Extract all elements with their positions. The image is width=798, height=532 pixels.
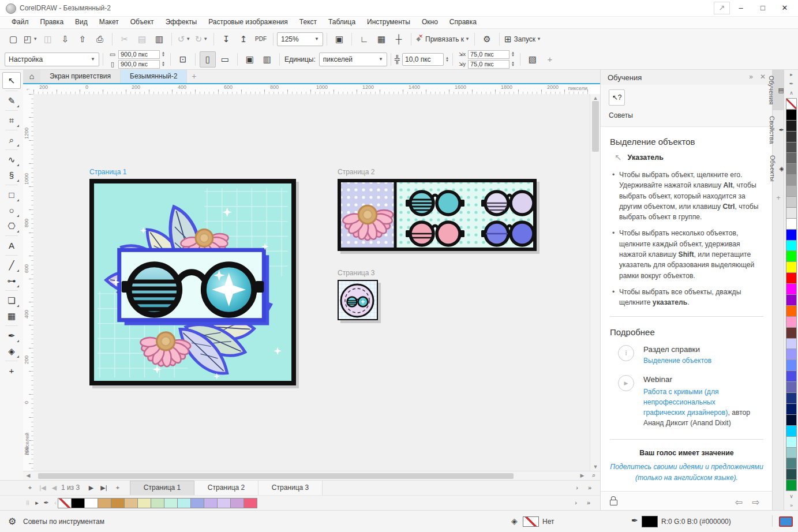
drawing-canvas[interactable]: Страница 1 Страница 2 Страница 3 xyxy=(33,94,590,471)
palette-scroll-up-icon[interactable]: ∧ xyxy=(784,88,798,98)
color-swatch-#ff0000[interactable] xyxy=(786,272,797,283)
docker-close-icon[interactable]: ✕ xyxy=(760,73,766,81)
full-screen-preview-button[interactable]: ▣ xyxy=(331,31,347,47)
menu-item-6[interactable]: Растровые изображения xyxy=(203,17,294,27)
get-from-cloud-button[interactable]: ⇩ xyxy=(57,31,73,47)
vertical-scroll-thumb[interactable] xyxy=(592,101,599,152)
scroll-right-icon[interactable]: ▶ xyxy=(578,473,586,478)
maximize-button[interactable]: □ xyxy=(752,0,774,16)
zoom-level-combo[interactable]: 125% ▼ xyxy=(277,32,323,46)
color-swatch-#ffffff[interactable] xyxy=(786,218,797,229)
add-docker-button[interactable]: + xyxy=(773,188,784,202)
dimension-tool[interactable]: ╱ xyxy=(3,257,20,273)
color-swatch-#ccccff[interactable] xyxy=(786,338,797,349)
color-swatch-#00ff00[interactable] xyxy=(786,250,797,261)
first-page-button[interactable]: |◀ xyxy=(37,481,48,495)
save-document-button[interactable]: ◫ xyxy=(40,31,56,47)
lock-icon[interactable] xyxy=(610,500,617,505)
nudge-spinner[interactable]: ▲▼ xyxy=(445,57,449,62)
doc-color-swatch-#d9aa6e[interactable] xyxy=(98,498,111,508)
doc-color-swatch-#e0c08c[interactable] xyxy=(124,498,137,508)
duplicate-y-spinner[interactable]: ▲▼ xyxy=(511,61,515,67)
menu-item-8[interactable]: Таблица xyxy=(323,17,361,27)
page-width-spinner[interactable]: ▲▼ xyxy=(162,51,165,57)
color-swatch-#333333[interactable] xyxy=(786,131,797,142)
zoom-tool[interactable]: ⌕ xyxy=(3,132,20,148)
add-tool-button[interactable]: + xyxy=(3,363,20,379)
color-swatch-#001a66[interactable] xyxy=(786,403,797,414)
forward-arrow-icon[interactable]: ⇨ xyxy=(752,497,760,508)
document-palette-scroll-right-icon[interactable]: › xyxy=(571,496,580,510)
color-swatch-#009933[interactable] xyxy=(786,479,797,491)
landscape-button[interactable]: ▭ xyxy=(217,51,233,68)
redo-button[interactable]: ↻▼ xyxy=(193,31,209,47)
fill-none-swatch[interactable] xyxy=(523,516,539,527)
close-button[interactable]: ✕ xyxy=(774,0,796,16)
menu-item-5[interactable]: Эффекты xyxy=(160,17,203,27)
document-palette-expand-icon[interactable]: » xyxy=(584,496,593,510)
color-swatch-#cccccc[interactable] xyxy=(786,196,797,207)
import-button[interactable]: ↧ xyxy=(218,31,234,47)
hints-pointer-button[interactable]: ↖? xyxy=(609,89,625,106)
portrait-button[interactable]: ▯ xyxy=(200,51,216,68)
page-tabs-expand-icon[interactable]: » xyxy=(584,481,595,495)
doc-color-swatch-#9ea9e8[interactable] xyxy=(190,498,204,508)
doc-color-swatch-#c9a3d9[interactable] xyxy=(230,498,243,508)
menu-item-1[interactable]: Правка xyxy=(35,17,70,27)
horizontal-ruler[interactable]: пиксели 20002004006008001000120014001600… xyxy=(33,84,590,95)
docker-tab-обучения[interactable]: ▤Обучения xyxy=(773,70,784,110)
color-swatch-#b3ffff[interactable] xyxy=(786,436,797,447)
menu-item-10[interactable]: Окно xyxy=(416,17,444,27)
print-button[interactable]: ⎙ xyxy=(92,31,108,47)
doc-color-swatch-#c9e6c0[interactable] xyxy=(151,498,164,508)
page-3-artwork[interactable] xyxy=(338,280,378,320)
duplicate-x-field[interactable]: 75,0 пкс xyxy=(468,50,509,59)
vertical-ruler[interactable]: пикселей 120010008006004002000200 xyxy=(23,94,34,471)
document-palette-grip[interactable]: ⣿ xyxy=(23,496,32,510)
scroll-down-icon[interactable]: ▼ xyxy=(590,464,601,470)
doc-color-swatch-#b9efec[interactable] xyxy=(177,498,190,508)
copy-button[interactable]: ▤ xyxy=(134,31,150,47)
undo-button[interactable]: ↺▼ xyxy=(176,31,192,47)
document-tab-1[interactable]: Безымянный-2 xyxy=(121,70,187,83)
color-swatch-#000000[interactable] xyxy=(786,109,797,120)
palette-expand-icon[interactable]: » xyxy=(784,501,798,510)
doc-color-swatch-none[interactable] xyxy=(58,498,71,508)
interactive-fill-tool[interactable]: ◈ xyxy=(3,343,20,359)
doc-color-swatch-#c6f0e0[interactable] xyxy=(164,498,177,508)
all-pages-button[interactable]: ▣ xyxy=(242,51,258,68)
treat-as-filled-button[interactable]: ▧ xyxy=(524,51,541,68)
next-page-button[interactable]: ▶ xyxy=(85,481,97,495)
last-page-button[interactable]: ▶| xyxy=(98,481,110,495)
scroll-up-icon[interactable]: ▲ xyxy=(590,95,601,101)
color-swatch-#1a3380[interactable] xyxy=(786,392,797,403)
menu-item-2[interactable]: Вид xyxy=(69,17,93,27)
open-document-button[interactable]: ◰▼ xyxy=(23,31,39,47)
color-eyedropper-tool[interactable]: ✒ xyxy=(3,328,20,343)
cut-button[interactable]: ✂ xyxy=(117,31,133,47)
back-arrow-icon[interactable]: ⇦ xyxy=(735,497,743,508)
color-swatch-none[interactable] xyxy=(786,98,797,109)
doc-color-swatch-#d8c9f2[interactable] xyxy=(217,498,230,508)
page-2-artwork[interactable] xyxy=(338,179,537,251)
color-swatch-#9900cc[interactable] xyxy=(786,294,797,305)
outline-color-swatch[interactable] xyxy=(642,516,658,527)
color-swatch-#00ccff[interactable] xyxy=(786,425,797,436)
webinar-description[interactable]: Работа с кривыми (для непрофессиональных… xyxy=(643,387,753,429)
menu-item-9[interactable]: Инструменты xyxy=(361,17,416,27)
save-to-cloud-button[interactable]: ⇧ xyxy=(74,31,91,47)
shape-tool[interactable]: ✎ xyxy=(3,93,20,108)
add-page-button[interactable]: + xyxy=(112,481,123,495)
color-swatch-#6666b3[interactable] xyxy=(786,381,797,392)
ellipse-tool[interactable]: ○ xyxy=(3,203,20,218)
text-tool[interactable]: A xyxy=(3,238,20,253)
nudge-field[interactable]: 10,0 пкс xyxy=(402,53,444,66)
feedback-link[interactable]: Поделитесь своими идеями и предложениями… xyxy=(610,462,763,484)
status-gear-icon[interactable]: ⚙ xyxy=(8,516,16,527)
polygon-tool[interactable]: ⎔ xyxy=(3,218,20,234)
menu-item-11[interactable]: Справка xyxy=(444,17,482,27)
color-proof-monitor-icon[interactable] xyxy=(779,516,793,527)
color-swatch-#e6e6e6[interactable] xyxy=(786,207,797,218)
duplicate-y-field[interactable]: 75,0 пкс xyxy=(468,60,509,69)
drop-shadow-tool[interactable]: ❏ xyxy=(3,293,20,308)
